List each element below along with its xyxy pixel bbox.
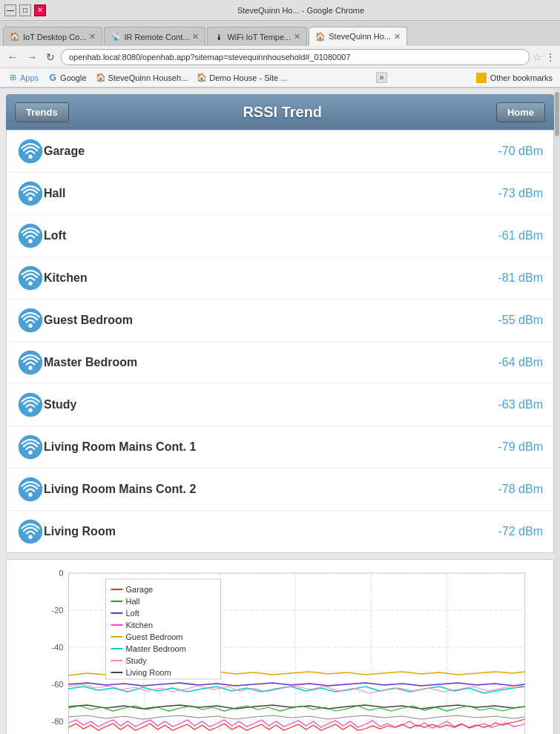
svg-point-17 bbox=[28, 493, 32, 497]
device-name-lr-mains-1: Living Room Mains Cont. 1 bbox=[44, 440, 498, 454]
device-name-hall: Hall bbox=[44, 187, 498, 200]
tab-close-3[interactable]: ✕ bbox=[294, 32, 300, 42]
device-value-living-room: -72 dBm bbox=[498, 525, 543, 538]
tab-ir-remote[interactable]: 📡 IR Remote Cont... ✕ bbox=[104, 27, 205, 46]
close-button[interactable]: ✕ bbox=[34, 4, 46, 16]
bookmark-star[interactable]: ☆ bbox=[533, 51, 542, 63]
device-name-master-bedroom: Master Bedroom bbox=[44, 356, 498, 369]
menu-button[interactable]: ⋮ bbox=[545, 51, 556, 63]
device-row-loft[interactable]: Loft -61 dBm bbox=[7, 215, 553, 257]
other-bookmarks[interactable]: Other bookmarks bbox=[473, 71, 556, 85]
wifi-icon-study bbox=[17, 391, 44, 418]
wifi-icon-master-bedroom bbox=[17, 349, 44, 376]
device-row-lr-mains-2[interactable]: Living Room Mains Cont. 2 -78 dBm bbox=[7, 469, 553, 511]
page-title: RSSI Trend bbox=[243, 104, 322, 120]
device-value-master-bedroom: -64 dBm bbox=[498, 356, 543, 369]
home-button[interactable]: Home bbox=[496, 102, 545, 122]
app-header: Trends RSSI Trend Home bbox=[6, 94, 554, 130]
device-name-kitchen: Kitchen bbox=[44, 271, 498, 285]
device-value-guest-bedroom: -55 dBm bbox=[498, 314, 543, 327]
device-row-guest-bedroom[interactable]: Guest Bedroom -55 dBm bbox=[7, 300, 553, 342]
svg-text:-40: -40 bbox=[52, 643, 64, 652]
maximize-button[interactable]: □ bbox=[19, 4, 31, 16]
bookmark-demohouse-label: Demo House - Site ... bbox=[209, 73, 287, 82]
device-row-study[interactable]: Study -63 dBm bbox=[7, 384, 553, 426]
address-bar: ← → ↻ ☆ ⋮ bbox=[0, 46, 560, 68]
svg-text:Garage: Garage bbox=[126, 585, 154, 594]
device-row-hall[interactable]: Hall -73 dBm bbox=[7, 173, 553, 215]
tab-label-1: IoT Desktop Co... bbox=[23, 33, 86, 42]
device-row-master-bedroom[interactable]: Master Bedroom -64 dBm bbox=[7, 342, 553, 384]
demohouse-favicon: 🏠 bbox=[197, 73, 207, 83]
google-icon: G bbox=[47, 73, 58, 83]
tab-wifi-temp[interactable]: 🌡 WiFi IoT Tempe... ✕ bbox=[207, 27, 307, 46]
bookmark-demohouse[interactable]: 🏠 Demo House - Site ... bbox=[194, 71, 290, 85]
trends-button[interactable]: Trends bbox=[15, 102, 69, 122]
svg-text:Master Bedroom: Master Bedroom bbox=[126, 644, 186, 653]
bookmark-apps[interactable]: ⊞ Apps bbox=[4, 71, 42, 85]
svg-point-19 bbox=[28, 535, 32, 539]
reload-button[interactable]: ↻ bbox=[43, 50, 58, 65]
device-name-living-room: Living Room bbox=[44, 525, 498, 538]
device-row-kitchen[interactable]: Kitchen -81 dBm bbox=[7, 257, 553, 300]
title-bar: — □ ✕ SteveQuinn Ho... - Google Chrome bbox=[0, 0, 560, 21]
bookmark-apps-label: Apps bbox=[20, 73, 39, 82]
svg-point-1 bbox=[28, 155, 32, 159]
more-bookmarks-button[interactable]: » bbox=[376, 72, 388, 83]
star-folder-icon bbox=[476, 73, 487, 83]
tab-favicon-1: 🏠 bbox=[10, 32, 20, 42]
chart-container: 0 -20 -40 -60 -80 17:00 21:00 01:00 05:0… bbox=[13, 566, 547, 734]
bookmark-stevequinn[interactable]: 🏠 SteveQuinn Househ... bbox=[93, 71, 191, 85]
svg-text:0: 0 bbox=[59, 569, 63, 578]
tab-favicon-2: 📡 bbox=[111, 32, 121, 42]
tab-close-4[interactable]: ✕ bbox=[394, 32, 401, 42]
device-row-living-room[interactable]: Living Room -72 dBm bbox=[7, 511, 553, 552]
tab-label-3: WiFi IoT Tempe... bbox=[227, 33, 291, 42]
wifi-icon-hall bbox=[17, 180, 44, 207]
tab-stevequinn[interactable]: 🏠 SteveQuinn Ho... ✕ bbox=[309, 27, 407, 46]
svg-point-5 bbox=[28, 239, 32, 243]
device-value-kitchen: -81 dBm bbox=[498, 271, 543, 285]
device-name-guest-bedroom: Guest Bedroom bbox=[44, 314, 498, 327]
tab-close-2[interactable]: ✕ bbox=[192, 32, 199, 42]
tab-favicon-3: 🌡 bbox=[214, 32, 224, 42]
apps-grid-icon: ⊞ bbox=[7, 73, 18, 83]
window-title: SteveQuinn Ho... - Google Chrome bbox=[46, 6, 556, 15]
bookmark-google-label: Google bbox=[60, 73, 86, 82]
forward-button[interactable]: → bbox=[24, 50, 40, 65]
svg-text:Study: Study bbox=[126, 656, 148, 665]
svg-text:Loft: Loft bbox=[126, 609, 139, 618]
device-list: Garage -70 dBm Hall -73 dBm Loft bbox=[6, 130, 554, 553]
device-value-lr-mains-1: -79 dBm bbox=[498, 440, 543, 454]
svg-text:Hall: Hall bbox=[126, 597, 140, 606]
svg-rect-45 bbox=[106, 579, 221, 679]
device-row-garage[interactable]: Garage -70 dBm bbox=[7, 130, 553, 173]
tab-label-2: IR Remote Cont... bbox=[124, 33, 189, 42]
device-name-study: Study bbox=[44, 398, 498, 411]
device-name-loft: Loft bbox=[44, 229, 498, 242]
bookmark-stevequinn-label: SteveQuinn Househ... bbox=[108, 73, 188, 82]
wifi-icon-lr-mains-2 bbox=[17, 476, 44, 503]
svg-text:-60: -60 bbox=[52, 680, 64, 689]
device-row-lr-mains-1[interactable]: Living Room Mains Cont. 1 -79 dBm bbox=[7, 426, 553, 469]
svg-point-7 bbox=[28, 282, 32, 285]
device-value-garage: -70 dBm bbox=[498, 145, 543, 158]
tab-close-1[interactable]: ✕ bbox=[89, 32, 96, 42]
svg-point-3 bbox=[28, 197, 32, 201]
scrollbar-thumb[interactable] bbox=[555, 92, 559, 136]
wifi-icon-lr-mains-1 bbox=[17, 434, 44, 460]
minimize-button[interactable]: — bbox=[4, 4, 16, 16]
svg-text:-80: -80 bbox=[52, 717, 64, 726]
tab-label-4: SteveQuinn Ho... bbox=[329, 32, 391, 41]
wifi-icon-loft bbox=[17, 222, 44, 249]
back-button[interactable]: ← bbox=[4, 50, 21, 65]
page-content: Trends RSSI Trend Home Garage -70 dBm bbox=[0, 88, 560, 734]
bookmark-google[interactable]: G Google bbox=[45, 71, 89, 85]
url-input[interactable] bbox=[61, 49, 530, 65]
svg-text:-20: -20 bbox=[52, 606, 64, 615]
title-bar-controls: — □ ✕ bbox=[4, 4, 46, 16]
tab-iot-desktop[interactable]: 🏠 IoT Desktop Co... ✕ bbox=[3, 27, 102, 46]
wifi-icon-guest-bedroom bbox=[17, 307, 44, 334]
scrollbar[interactable] bbox=[554, 89, 560, 734]
device-value-hall: -73 dBm bbox=[498, 187, 543, 200]
